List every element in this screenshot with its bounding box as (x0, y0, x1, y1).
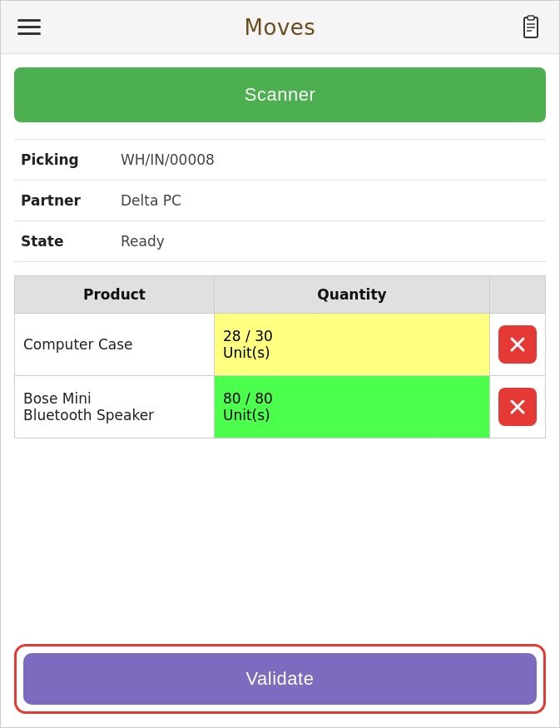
partner-row: Partner Delta PC (14, 181, 546, 221)
scanner-button[interactable]: Scanner (14, 67, 546, 122)
delete-button[interactable] (498, 388, 537, 426)
svg-rect-1 (528, 16, 534, 20)
picking-row: Picking WH/IN/00008 (14, 140, 546, 181)
moves-table: Product Quantity Computer Case 28 / 30Un… (14, 275, 546, 438)
state-label: State (21, 233, 121, 250)
page-title: Moves (245, 15, 316, 40)
info-section: Picking WH/IN/00008 Partner Delta PC Sta… (14, 139, 546, 262)
state-value: Ready (121, 233, 165, 250)
table-row: Computer Case 28 / 30Unit(s) (15, 314, 546, 376)
delete-button[interactable] (498, 325, 537, 364)
state-row: State Ready (14, 221, 546, 262)
table-header-row: Product Quantity (15, 276, 546, 314)
partner-value: Delta PC (121, 192, 181, 209)
product-cell: Bose MiniBluetooth Speaker (15, 376, 215, 438)
col-product-header: Product (15, 276, 215, 314)
app-container: Moves Scanner Picking WH/IN/00008 Partne… (0, 0, 560, 728)
col-quantity-header: Quantity (215, 276, 490, 314)
product-cell: Computer Case (15, 314, 215, 376)
validate-button[interactable]: Validate (23, 653, 537, 705)
partner-label: Partner (21, 192, 121, 209)
clipboard-icon[interactable] (516, 12, 546, 42)
validate-area: Validate (14, 644, 546, 714)
header: Moves (1, 1, 559, 54)
picking-value: WH/IN/00008 (121, 151, 215, 168)
action-cell (490, 314, 546, 376)
table-row: Bose MiniBluetooth Speaker 80 / 80Unit(s… (15, 376, 546, 438)
main-content: Scanner Picking WH/IN/00008 Partner Delt… (1, 54, 559, 627)
hamburger-menu-icon[interactable] (14, 16, 44, 38)
quantity-cell: 28 / 30Unit(s) (215, 314, 490, 376)
action-cell (490, 376, 546, 438)
col-action-header (490, 276, 546, 314)
picking-label: Picking (21, 151, 121, 168)
quantity-cell: 80 / 80Unit(s) (215, 376, 490, 438)
